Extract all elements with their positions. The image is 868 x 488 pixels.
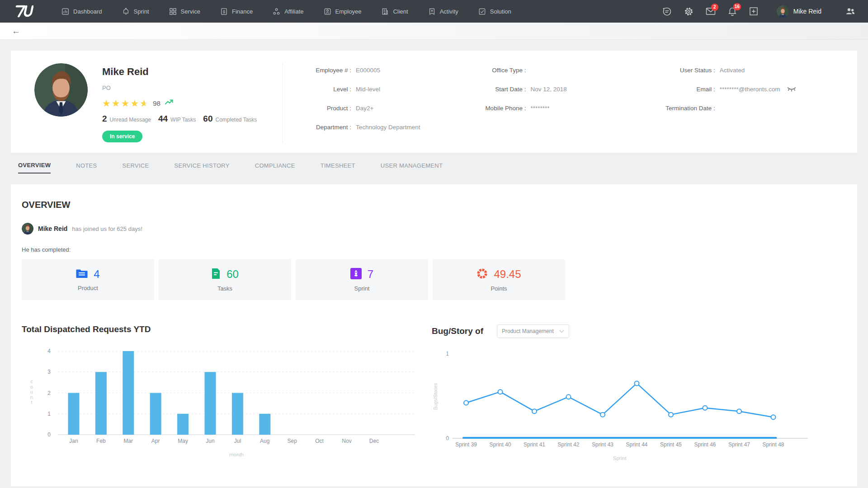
building-icon xyxy=(381,8,389,15)
svg-text:Jul: Jul xyxy=(234,438,241,444)
stat-value: 60 xyxy=(226,268,239,281)
chart-filter-dropdown[interactable]: Product Management xyxy=(497,324,569,338)
svg-text:Dec: Dec xyxy=(369,438,379,444)
star-icon: ★ xyxy=(130,99,140,108)
svg-text:u: u xyxy=(30,389,33,394)
dashboard-icon xyxy=(61,8,69,15)
nav-item-finance[interactable]: $ Finance xyxy=(220,8,253,15)
nav-item-dashboard[interactable]: Dashboard xyxy=(61,8,102,15)
nav-item-affiliate[interactable]: Affiliate xyxy=(273,8,303,15)
svg-text:Sprint 42: Sprint 42 xyxy=(557,441,579,448)
stat-label: Product xyxy=(78,285,98,291)
sub-toolbar: ← xyxy=(0,23,868,40)
user-menu[interactable]: Mike Reid xyxy=(777,5,821,18)
field-office-type: Office Type : xyxy=(468,67,646,74)
employee-name: Mike Reid xyxy=(102,66,282,78)
field-product: Product : Day2+ xyxy=(301,105,468,112)
stat-card-points: 49.45 Points xyxy=(433,259,565,300)
svg-text:Sprint 46: Sprint 46 xyxy=(694,441,716,448)
svg-text:Apr: Apr xyxy=(151,438,160,444)
field-mobile-phone: Mobile Phone : ******** xyxy=(468,105,646,112)
unread-count: 2 xyxy=(102,114,107,124)
tab-notes[interactable]: NOTES xyxy=(76,158,97,173)
nav-item-label: Finance xyxy=(232,8,253,15)
tab-compliance[interactable]: COMPLIANCE xyxy=(255,158,295,173)
stat-card-product: 4 Product xyxy=(22,259,154,300)
nav-item-employee[interactable]: Employee xyxy=(324,8,362,15)
grid-icon xyxy=(169,8,177,15)
nav-item-service[interactable]: Service xyxy=(169,8,200,15)
joined-name: Mike Reid xyxy=(38,225,67,232)
eye-closed-icon[interactable] xyxy=(787,86,797,92)
chevron-down-icon xyxy=(559,330,564,333)
svg-text:month: month xyxy=(229,452,244,457)
wip-count: 44 xyxy=(158,114,168,124)
svg-text:4: 4 xyxy=(47,348,51,354)
mail-badge: 2 xyxy=(711,4,718,11)
add-square-icon[interactable] xyxy=(749,7,758,16)
star-icon: ★ xyxy=(102,99,112,108)
svg-text:Jan: Jan xyxy=(69,438,78,444)
svg-text:$: $ xyxy=(223,9,225,14)
top-nav: Dashboard Sprint Service $ xyxy=(0,0,868,23)
svg-text:Nov: Nov xyxy=(342,438,351,444)
svg-text:2: 2 xyxy=(47,390,51,396)
svg-text:May: May xyxy=(178,438,188,444)
svg-text:Sprint 39: Sprint 39 xyxy=(455,441,477,448)
field-department: Department : Technology Department xyxy=(301,124,468,131)
field-termination-date: Termination Date : xyxy=(646,105,841,112)
svg-text:t: t xyxy=(31,399,33,405)
rating-score: 98 xyxy=(153,99,160,107)
checkbox-icon xyxy=(478,8,486,15)
app-logo[interactable] xyxy=(13,5,33,18)
stat-cards: 4 Product 60 Tasks xyxy=(22,259,846,300)
employee-photo xyxy=(34,63,88,117)
tab-service[interactable]: SERVICE xyxy=(123,158,149,173)
svg-text:★: ★ xyxy=(430,9,433,12)
employee-role: PO xyxy=(102,84,282,91)
unread-label: Unread Message xyxy=(110,117,151,123)
tab-service-history[interactable]: SERVICE HISTORY xyxy=(174,158,229,173)
line-chart-block: Bug/Story of Product Management 01Sprint… xyxy=(432,324,846,468)
status-badge: In service xyxy=(102,131,142,142)
joined-text: has joined us for 625 days! xyxy=(72,225,142,232)
document-icon xyxy=(211,268,221,281)
svg-text:Sprint 41: Sprint 41 xyxy=(524,441,545,448)
mail-icon[interactable]: 2 xyxy=(706,7,716,15)
dollar-note-icon: $ xyxy=(220,8,228,15)
star-icon: ★ xyxy=(121,99,131,108)
network-people-icon xyxy=(273,8,280,15)
nav-item-solution[interactable]: Solution xyxy=(478,8,511,15)
bell-icon[interactable]: 16 xyxy=(728,7,737,16)
bookmark-star-icon: ★ xyxy=(428,8,436,15)
svg-text:Sprint 40: Sprint 40 xyxy=(489,441,511,448)
people-icon[interactable] xyxy=(845,7,855,15)
field-level: Level : Mid-level xyxy=(301,86,468,93)
nav-item-activity[interactable]: ★ Activity xyxy=(428,8,458,15)
stat-label: Points xyxy=(491,285,507,292)
tab-timesheet[interactable]: TIMESHEET xyxy=(321,158,355,173)
profile-tabs: OVERVIEW NOTES SERVICE SERVICE HISTORY C… xyxy=(11,153,857,178)
tab-overview[interactable]: OVERVIEW xyxy=(18,157,51,174)
nav-item-client[interactable]: Client xyxy=(381,8,408,15)
nav-item-label: Affiliate xyxy=(284,8,303,15)
nav-item-sprint[interactable]: Sprint xyxy=(122,8,149,15)
svg-text:Feb: Feb xyxy=(96,438,106,444)
bell-outline-icon xyxy=(122,8,130,15)
svg-text:Oct: Oct xyxy=(315,438,324,444)
field-email: Email : ********@theronts.com xyxy=(646,86,841,93)
field-user-status: User Status : Activated xyxy=(646,67,841,74)
stat-card-tasks: 60 Tasks xyxy=(159,259,291,300)
chat-icon[interactable] xyxy=(662,7,672,16)
wip-label: WIP Tasks xyxy=(170,117,196,123)
gear-icon[interactable] xyxy=(684,7,693,16)
svg-text:Sprint 44: Sprint 44 xyxy=(626,441,647,448)
overview-heading: OVERVIEW xyxy=(22,200,846,210)
tab-user-management[interactable]: USER MANAGEMENT xyxy=(381,158,443,173)
svg-text:c: c xyxy=(30,379,33,384)
back-arrow-icon[interactable]: ← xyxy=(12,27,20,35)
svg-text:Sprint: Sprint xyxy=(613,455,627,461)
completed-count: 60 xyxy=(203,114,212,124)
trend-up-icon xyxy=(164,98,174,108)
svg-text:1: 1 xyxy=(446,351,449,357)
